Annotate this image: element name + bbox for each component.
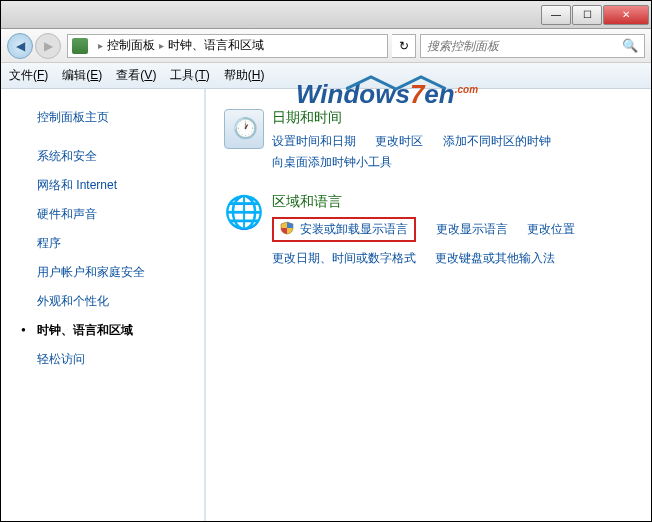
menu-edit[interactable]: 编辑(E) bbox=[62, 67, 102, 84]
link-add-clock-gadget[interactable]: 向桌面添加时钟小工具 bbox=[272, 155, 392, 169]
breadcrumb-sep: ▸ bbox=[159, 40, 164, 51]
sidebar-home[interactable]: 控制面板主页 bbox=[1, 103, 204, 132]
sidebar-item-system[interactable]: 系统和安全 bbox=[1, 142, 204, 171]
sidebar-item-ease[interactable]: 轻松访问 bbox=[1, 345, 204, 374]
control-panel-window: — ☐ ✕ ◀ ▶ ▸ 控制面板 ▸ 时钟、语言和区域 ↻ 🔍 文件(F) 编辑… bbox=[0, 0, 652, 522]
refresh-button[interactable]: ↻ bbox=[392, 34, 416, 58]
minimize-button[interactable]: — bbox=[541, 5, 571, 25]
link-change-format[interactable]: 更改日期、时间或数字格式 bbox=[272, 251, 416, 265]
highlighted-link-box: 安装或卸载显示语言 bbox=[272, 217, 416, 242]
sidebar-item-programs[interactable]: 程序 bbox=[1, 229, 204, 258]
link-change-keyboard[interactable]: 更改键盘或其他输入法 bbox=[435, 251, 555, 265]
link-change-timezone[interactable]: 更改时区 bbox=[375, 134, 423, 148]
back-button[interactable]: ◀ bbox=[7, 33, 33, 59]
sidebar-item-network[interactable]: 网络和 Internet bbox=[1, 171, 204, 200]
clock-icon bbox=[224, 109, 264, 149]
sidebar-item-clock-language[interactable]: 时钟、语言和区域 bbox=[1, 316, 204, 345]
address-bar[interactable]: ▸ 控制面板 ▸ 时钟、语言和区域 bbox=[67, 34, 388, 58]
menu-help[interactable]: 帮助(H) bbox=[224, 67, 265, 84]
globe-icon bbox=[224, 193, 264, 233]
link-row: 安装或卸载显示语言 更改显示语言 更改位置 bbox=[272, 217, 575, 246]
menu-view[interactable]: 查看(V) bbox=[116, 67, 156, 84]
link-set-datetime[interactable]: 设置时间和日期 bbox=[272, 134, 356, 148]
link-row: 更改日期、时间或数字格式 更改键盘或其他输入法 bbox=[272, 250, 575, 267]
breadcrumb-item[interactable]: 控制面板 bbox=[107, 37, 155, 54]
shield-icon bbox=[280, 221, 294, 235]
search-icon: 🔍 bbox=[622, 38, 638, 53]
link-row: 设置时间和日期 更改时区 添加不同时区的时钟 bbox=[272, 133, 567, 150]
link-install-uninstall-language[interactable]: 安装或卸载显示语言 bbox=[300, 222, 408, 236]
section-datetime: 日期和时间 设置时间和日期 更改时区 添加不同时区的时钟 向桌面添加时钟小工具 bbox=[224, 109, 631, 175]
main-panel: Windows7en.com 日期和时间 设置时间和日期 更改时区 添加不同时区… bbox=[206, 89, 651, 521]
section-body: 区域和语言 安装或卸载显示语言 更改显示语言 更改位置 bbox=[272, 193, 575, 271]
refresh-icon: ↻ bbox=[399, 39, 409, 53]
link-change-location[interactable]: 更改位置 bbox=[527, 222, 575, 236]
maximize-button[interactable]: ☐ bbox=[572, 5, 602, 25]
link-add-clocks[interactable]: 添加不同时区的时钟 bbox=[443, 134, 551, 148]
control-panel-icon bbox=[72, 38, 88, 54]
forward-button[interactable]: ▶ bbox=[35, 33, 61, 59]
content-area: 控制面板主页 系统和安全 网络和 Internet 硬件和声音 程序 用户帐户和… bbox=[1, 89, 651, 521]
title-bar: — ☐ ✕ bbox=[1, 1, 651, 29]
section-title-datetime[interactable]: 日期和时间 bbox=[272, 109, 567, 127]
section-region-language: 区域和语言 安装或卸载显示语言 更改显示语言 更改位置 bbox=[224, 193, 631, 271]
close-button[interactable]: ✕ bbox=[603, 5, 649, 25]
section-body: 日期和时间 设置时间和日期 更改时区 添加不同时区的时钟 向桌面添加时钟小工具 bbox=[272, 109, 567, 175]
sidebar-item-appearance[interactable]: 外观和个性化 bbox=[1, 287, 204, 316]
search-bar[interactable]: 🔍 bbox=[420, 34, 645, 58]
navigation-row: ◀ ▶ ▸ 控制面板 ▸ 时钟、语言和区域 ↻ 🔍 bbox=[1, 29, 651, 63]
link-row: 向桌面添加时钟小工具 bbox=[272, 154, 567, 171]
section-title-region[interactable]: 区域和语言 bbox=[272, 193, 575, 211]
menu-file[interactable]: 文件(F) bbox=[9, 67, 48, 84]
sidebar: 控制面板主页 系统和安全 网络和 Internet 硬件和声音 程序 用户帐户和… bbox=[1, 89, 206, 521]
forward-arrow-icon: ▶ bbox=[44, 39, 53, 53]
breadcrumb-sep: ▸ bbox=[98, 40, 103, 51]
sidebar-item-users[interactable]: 用户帐户和家庭安全 bbox=[1, 258, 204, 287]
menu-bar: 文件(F) 编辑(E) 查看(V) 工具(T) 帮助(H) bbox=[1, 63, 651, 89]
menu-tools[interactable]: 工具(T) bbox=[170, 67, 209, 84]
search-input[interactable] bbox=[427, 39, 622, 53]
breadcrumb-item[interactable]: 时钟、语言和区域 bbox=[168, 37, 264, 54]
back-arrow-icon: ◀ bbox=[16, 39, 25, 53]
link-change-display-language[interactable]: 更改显示语言 bbox=[436, 222, 508, 236]
sidebar-item-hardware[interactable]: 硬件和声音 bbox=[1, 200, 204, 229]
